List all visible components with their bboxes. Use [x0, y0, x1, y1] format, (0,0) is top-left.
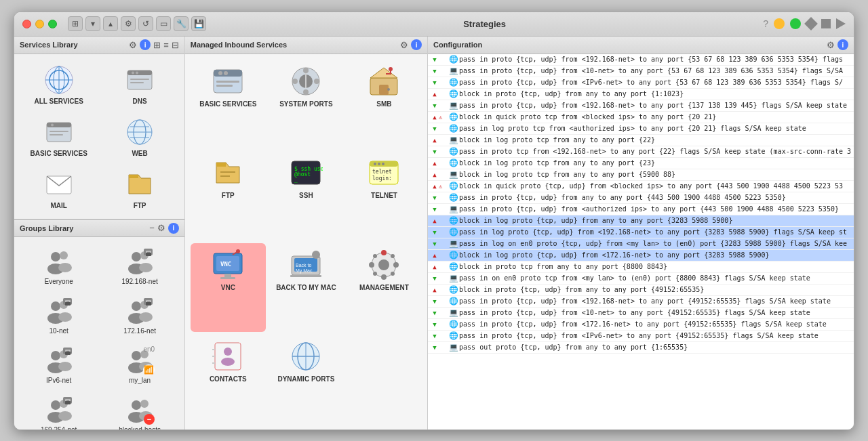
svg-point-75: [314, 79, 319, 84]
managed-item-contacts[interactable]: CONTACTS: [191, 335, 266, 424]
svg-point-35: [58, 312, 72, 322]
config-row[interactable]: ▲⚠🌐block in quick proto tcp from <blocke…: [428, 112, 854, 123]
config-row[interactable]: ▼🌐pass in log proto {tcp, udp} from <192…: [428, 227, 854, 238]
managed-info-icon[interactable]: i: [411, 39, 422, 50]
managed-item-vnc[interactable]: VNC VNC: [191, 243, 266, 333]
up-arrow-icon[interactable]: ▴: [103, 16, 118, 31]
config-row[interactable]: ▼🌐pass in proto {tcp, udp} from <172.16-…: [428, 319, 854, 331]
service-item-dns[interactable]: DNS: [100, 60, 178, 109]
groups-settings-icon[interactable]: ⚙: [157, 223, 165, 233]
managed-telnet-label: TELNET: [371, 192, 397, 199]
service-item-all-services[interactable]: ALL SERVICES: [20, 60, 98, 109]
services-grid-icon[interactable]: ⊞: [153, 40, 161, 50]
row-type-icon: 💻: [448, 66, 459, 75]
save-icon[interactable]: 💾: [191, 16, 206, 31]
config-row[interactable]: ▲💻block in log proto tcp from any to any…: [428, 169, 854, 181]
wrench-icon[interactable]: 🔧: [174, 16, 189, 31]
refresh-icon[interactable]: ↺: [138, 16, 153, 31]
config-row[interactable]: ▼🌐pass in proto {tcp, udp} from <192.168…: [428, 296, 854, 308]
config-row[interactable]: ▲🌐block in proto tcp from any to any por…: [428, 261, 854, 273]
group-item-my-lan[interactable]: 📶 en0 my_lan: [100, 341, 178, 388]
config-row[interactable]: ▼💻pass in proto {tcp, udp} from <10-net>…: [428, 66, 854, 77]
pass-arrow-icon: ▼: [431, 102, 439, 109]
config-list[interactable]: ▼🌐pass in proto {tcp, udp} from <192.168…: [428, 54, 854, 429]
play-icon[interactable]: [836, 18, 846, 29]
group-item-169-254-net[interactable]: 169.254-net: [20, 391, 98, 429]
managed-item-basic-services[interactable]: BASIC SERVICES: [191, 60, 266, 149]
config-row[interactable]: ▼🌐pass in proto {tcp, udp} from <192.168…: [428, 54, 854, 66]
minimize-button[interactable]: [35, 20, 44, 28]
group-item-ipv6-net[interactable]: IPv6-net: [20, 341, 98, 388]
managed-item-ssh[interactable]: $ ssh user @host _ SSH: [269, 151, 344, 240]
group-item-10-net[interactable]: 10-net: [20, 292, 98, 339]
config-row[interactable]: ▼🌐pass in proto {tcp, udp} from any to a…: [428, 192, 854, 204]
maximize-button[interactable]: [48, 20, 57, 28]
managed-item-dynamic-ports[interactable]: DYNAMIC PORTS: [269, 335, 344, 424]
config-row[interactable]: ▲⚠🌐block in quick proto {tcp, udp} from …: [428, 181, 854, 192]
config-row[interactable]: ▼🌐pass in proto {tcp, udp} from <IPv6-ne…: [428, 331, 854, 342]
group-item-192-168-net[interactable]: 192.168-net: [100, 243, 178, 289]
close-button[interactable]: [22, 20, 31, 28]
settings-icon[interactable]: ⚙: [121, 16, 136, 31]
services-settings-icon[interactable]: ⚙: [129, 40, 137, 50]
service-item-mail[interactable]: MAIL: [20, 164, 98, 213]
config-settings-icon[interactable]: ⚙: [827, 40, 835, 50]
back-forward-icon[interactable]: ⊞: [68, 16, 83, 31]
config-row[interactable]: ▼🌐pass in log proto tcp from <authorized…: [428, 123, 854, 135]
config-row[interactable]: ▲🌐block in proto {tcp, udp} from any to …: [428, 285, 854, 296]
svg-rect-14: [50, 131, 68, 132]
managed-item-ftp[interactable]: FTP: [191, 151, 266, 240]
managed-item-back-to-my-mac[interactable]: Back to My Mac BACK TO MY MAC: [269, 243, 344, 333]
managed-item-system-ports[interactable]: SYSTEM PORTS: [269, 60, 344, 149]
all-services-icon: [43, 64, 75, 96]
config-row[interactable]: ▲🌐block in log proto {tcp, udp} from <17…: [428, 250, 854, 261]
service-item-web[interactable]: WEB: [100, 112, 178, 161]
config-row[interactable]: ▲🌐block in proto {tcp, udp} from any to …: [428, 89, 854, 100]
config-row[interactable]: ▼💻pass in log on en0 proto {tcp, udp} fr…: [428, 238, 854, 250]
managed-vnc-label: VNC: [221, 284, 235, 291]
ipv6-net-icon: [44, 345, 74, 375]
group-item-blocked-hosts[interactable]: − blocked-hosts: [100, 391, 178, 429]
services-info-icon[interactable]: i: [140, 39, 151, 50]
managed-dynamic-ports-icon: [288, 339, 323, 374]
service-item-ftp[interactable]: FTP: [100, 164, 178, 213]
config-row[interactable]: ▼🌐pass in proto {tcp, udp} from <IPv6-ne…: [428, 77, 854, 89]
config-row[interactable]: ▲💻block in log proto tcp from any to any…: [428, 135, 854, 146]
group-item-everyone[interactable]: Everyone: [20, 243, 98, 289]
config-row[interactable]: ▼💻pass out proto {tcp, udp} from any to …: [428, 342, 854, 354]
config-row[interactable]: ▼💻pass in on en0 proto tcp from <my_lan>…: [428, 273, 854, 285]
svg-point-72: [303, 68, 309, 73]
row-type-icon: 🌐: [448, 55, 459, 64]
mail-icon: [43, 168, 75, 201]
config-row[interactable]: ▲🌐block in log proto {tcp, udp} from any…: [428, 215, 854, 227]
groups-info-icon[interactable]: i: [168, 223, 179, 234]
config-row-text: block in log proto tcp from any to any p…: [459, 159, 851, 167]
config-row[interactable]: ▼💻pass in proto {tcp, udp} from <10-net>…: [428, 308, 854, 319]
services-list-icon[interactable]: ≡: [163, 40, 169, 50]
help-icon[interactable]: ?: [763, 18, 768, 29]
pass-arrow-icon: ▼: [431, 310, 439, 316]
pass-arrow-icon: ▼: [431, 68, 439, 75]
services-column-icon[interactable]: ⊟: [172, 40, 179, 50]
services-library-icons: ⚙ i ⊞ ≡ ⊟: [129, 39, 179, 50]
managed-item-telnet[interactable]: telnet login: TELNET: [347, 151, 422, 240]
config-info-icon[interactable]: i: [837, 39, 848, 50]
config-row[interactable]: ▼🌐pass in proto tcp from <192.168-net> t…: [428, 146, 854, 158]
svg-point-60: [132, 400, 141, 410]
square-icon[interactable]: ▭: [156, 16, 171, 31]
192-168-net-icon: [125, 247, 155, 276]
config-row[interactable]: ▼💻pass in proto {tcp, udp} from <authori…: [428, 204, 854, 215]
config-row-text: block in proto {tcp, udp} from any to an…: [459, 286, 851, 293]
managed-settings-icon[interactable]: ⚙: [400, 40, 408, 50]
managed-item-management[interactable]: MANAGEMENT: [347, 243, 422, 333]
config-row[interactable]: ▲🌐block in log proto tcp from any to any…: [428, 158, 854, 169]
group-item-172-16-net[interactable]: 172.16-net: [100, 292, 178, 339]
svg-rect-68: [216, 81, 239, 83]
groups-minus-icon[interactable]: −: [149, 223, 155, 233]
service-item-basic-services[interactable]: BASIC SERVICES: [20, 112, 98, 161]
config-row-text: pass in log proto tcp from <authorized_i…: [459, 125, 851, 132]
managed-item-smb[interactable]: SMB: [347, 60, 422, 149]
pass-arrow-icon: ▼: [431, 240, 439, 247]
down-arrow-icon[interactable]: ▾: [85, 16, 100, 31]
config-row[interactable]: ▼💻pass in proto {tcp, udp} from <192.168…: [428, 100, 854, 112]
